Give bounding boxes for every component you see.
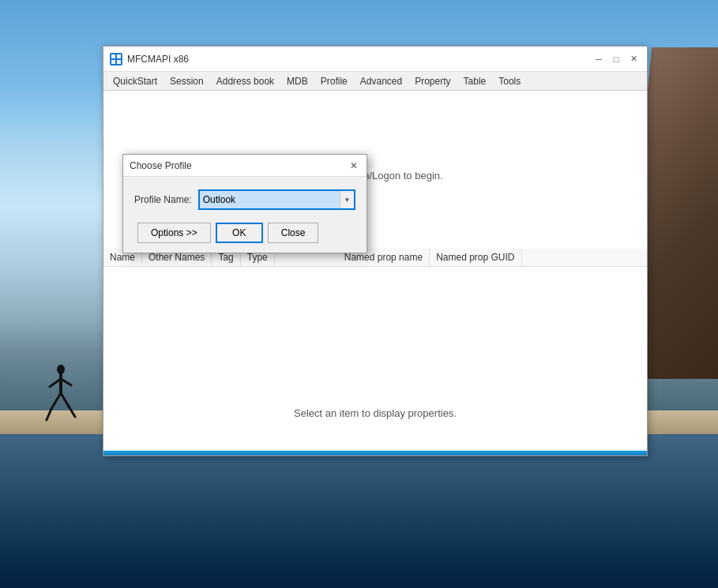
title-bar: MFCMAPI x86 ─ □ ✕ xyxy=(103,47,647,72)
menu-item-quickstart[interactable]: QuickStart xyxy=(107,73,164,89)
svg-rect-11 xyxy=(117,60,121,64)
menu-item-profile[interactable]: Profile xyxy=(314,73,354,89)
menu-item-advanced[interactable]: Advanced xyxy=(354,73,408,89)
svg-line-2 xyxy=(50,379,61,387)
profile-name-row: Profile Name: ▼ xyxy=(134,189,355,210)
dialog-buttons: Options >> OK Close xyxy=(134,223,355,243)
runner-silhouette xyxy=(43,363,79,426)
profile-name-label: Profile Name: xyxy=(134,194,192,205)
maximize-button[interactable]: □ xyxy=(609,52,623,66)
menu-item-session[interactable]: Session xyxy=(164,73,210,89)
svg-line-7 xyxy=(69,406,75,417)
dialog-title: Choose Profile xyxy=(130,160,192,171)
select-item-hint: Select an item to display properties. xyxy=(103,407,647,419)
col-named-prop-guid: Named prop GUID xyxy=(430,249,521,266)
menu-item-tools[interactable]: Tools xyxy=(492,73,527,89)
options-button[interactable]: Options >> xyxy=(137,223,211,243)
title-bar-left: MFCMAPI x86 xyxy=(110,53,189,66)
profile-name-input[interactable] xyxy=(200,191,340,208)
dialog-body: Profile Name: ▼ Options >> OK Close xyxy=(123,177,367,253)
svg-line-4 xyxy=(51,393,61,409)
main-content: Click Session/Logon to begin. Name Other… xyxy=(103,91,647,451)
dialog-close-button[interactable]: ✕ xyxy=(348,159,360,172)
ok-button[interactable]: OK xyxy=(216,223,263,243)
title-bar-controls: ─ □ ✕ xyxy=(592,52,641,66)
status-bar xyxy=(103,451,647,455)
dialog-close-text-button[interactable]: Close xyxy=(268,223,319,243)
svg-rect-10 xyxy=(111,60,115,64)
svg-line-6 xyxy=(61,393,69,406)
minimize-button[interactable]: ─ xyxy=(592,52,606,66)
menu-bar: QuickStart Session Address book MDB Prof… xyxy=(103,72,647,91)
menu-item-property[interactable]: Property xyxy=(408,73,457,89)
window-title: MFCMAPI x86 xyxy=(127,54,189,65)
menu-item-table[interactable]: Table xyxy=(457,73,493,89)
app-icon xyxy=(110,53,122,66)
choose-profile-dialog: Choose Profile ✕ Profile Name: ▼ Options… xyxy=(122,154,367,253)
menu-item-address-book[interactable]: Address book xyxy=(210,73,280,89)
dialog-title-bar: Choose Profile ✕ xyxy=(123,155,367,177)
svg-line-5 xyxy=(47,409,51,420)
svg-rect-9 xyxy=(117,54,121,58)
menu-item-mdb[interactable]: MDB xyxy=(280,73,314,89)
svg-rect-8 xyxy=(111,54,115,58)
profile-dropdown-arrow[interactable]: ▼ xyxy=(340,191,354,208)
close-button[interactable]: ✕ xyxy=(626,52,641,66)
profile-dropdown-wrapper[interactable]: ▼ xyxy=(198,189,355,210)
